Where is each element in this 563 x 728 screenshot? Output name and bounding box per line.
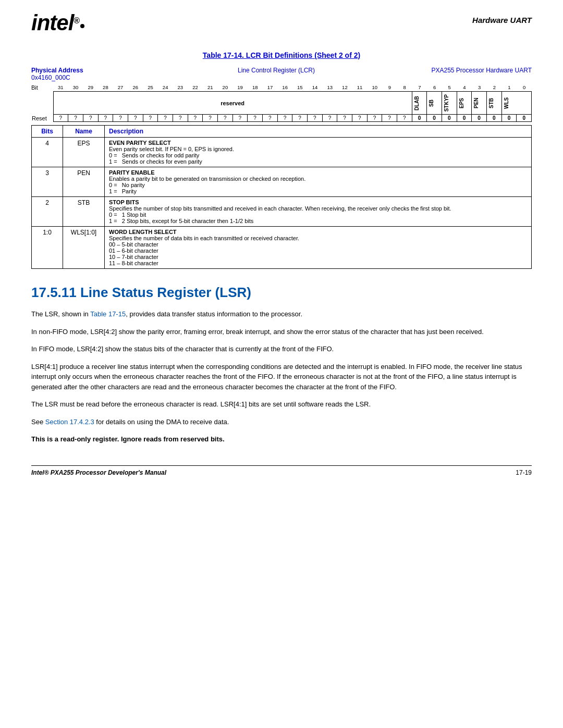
bit-15: 15 [292,84,308,91]
address-row: Physical Address 0x4160_000C Line Contro… [31,67,532,81]
bit-20: 20 [218,84,233,91]
wls-line3: 01 – 6-bit character [109,248,527,254]
wls-name: WLS[1:0] [63,227,105,269]
pen-desc: PARITY ENABLE Enables a parity bit to be… [105,167,532,197]
page-header: intel® Hardware UART [31,10,532,35]
desc-table-header-row: Bits Name Description [32,126,532,138]
reset-bit-14: ? [307,115,322,122]
reset-bit-0: 0 [517,115,532,122]
reset-bit-19: ? [232,115,248,122]
eps-bits: 4 [32,138,63,167]
bit-28: 28 [98,84,113,91]
bold-note-text: This is a read-only register. Ignore rea… [31,435,225,443]
row-spacer [31,92,53,115]
dlab-field: DLAB [412,92,427,115]
eps-desc: EVEN PARITY SELECT Even parity select bi… [105,138,532,167]
wls-bits: 1:0 [32,227,63,269]
sb-field: SB [427,92,442,115]
stb-desc: STOP BITS Specifies the number of stop b… [105,197,532,227]
sb-header: SB [427,93,435,114]
bit-9: 9 [382,84,397,91]
page-footer: Intel® PXA255 Processor Developer's Manu… [31,465,532,476]
bit-23: 23 [173,84,188,91]
bit-30: 30 [68,84,83,91]
eps-line3: 1 = Sends or checks for even parity [109,158,527,165]
pen-line1: Enables a parity bit to be generated on … [109,176,527,182]
stb-line3: 1 = 2 Stop bits, except for 5-bit charac… [109,218,527,224]
reset-bit-31: ? [53,115,68,122]
reset-bit-1: 0 [501,115,517,122]
reset-bit-30: ? [68,115,83,122]
reserved-field: reserved [53,92,412,115]
footer-right: 17-19 [516,469,532,476]
reset-row: Reset ? ? ? ? ? ? ? ? ? ? ? ? ? ? ? ? ? … [31,115,532,122]
bold-note: This is a read-only register. Ignore rea… [31,434,532,445]
bit-10: 10 [367,84,382,91]
stb-line1: Specifies the number of stop bits transm… [109,205,527,212]
reset-label-cell: Reset [31,115,53,122]
stkyp-header: STKYP [443,92,450,114]
reset-bit-21: ? [203,115,218,122]
stb-name: STB [63,197,105,227]
reset-bit-2: 0 [486,115,501,122]
eps-field: EPS [457,92,472,115]
reg-grid-table: reserved DLAB SB STKYP EPS [31,91,532,122]
bit-label-spacer: Bit [31,84,53,91]
bit-13: 13 [322,84,337,91]
bit-7: 7 [412,84,427,91]
section-17423-link[interactable]: Section 17.4.2.3 [45,418,94,426]
table-row: 4 EPS EVEN PARITY SELECT Even parity sel… [32,138,532,167]
reset-bit-22: ? [188,115,203,122]
reset-bit-8: ? [397,115,412,122]
para-3: In FIFO mode, LSR[4:2] show the status b… [31,344,532,354]
description-table: Bits Name Description 4 EPS EVEN PARITY … [31,125,532,269]
bit-4: 4 [457,84,472,91]
bit-21: 21 [203,84,218,91]
eps-name: EPS [63,138,105,167]
pxa-label: PXA255 Processor Hardware UART [417,67,532,74]
bit-11: 11 [352,84,368,91]
intel-logo: intel® [31,10,84,35]
wls-line1: Specifies the number of data bits in eac… [109,235,527,241]
stb-header: STB [487,93,495,114]
reset-bit-25: ? [143,115,158,122]
stkyp-field: STKYP [442,92,457,115]
dlab-header: DLAB [413,93,421,114]
pen-title: PARITY ENABLE [109,169,527,176]
para-1: The LSR, shown in Table 17-15, provides … [31,309,532,319]
physical-address-value: 0x4160_000C [31,74,136,81]
wls-title: WORD LENGTH SELECT [109,229,527,235]
bit-25: 25 [143,84,158,91]
pen-bits: 3 [32,167,63,197]
pen-field: PEN [472,92,487,115]
register-field-row: reserved DLAB SB STKYP EPS [31,92,532,115]
pen-line2: 0 = No parity [109,182,527,188]
bit-0: 0 [517,84,532,91]
bit-3: 3 [472,84,487,91]
reset-bit-4: 0 [457,115,472,122]
bit-31: 31 [53,84,68,91]
bit-6: 6 [427,84,442,91]
reset-bit-27: ? [113,115,128,122]
footer-left: Intel® PXA255 Processor Developer's Manu… [31,469,166,476]
bit-29: 29 [83,84,98,91]
reset-bit-20: ? [217,115,232,122]
physical-address-label: Physical Address [31,67,136,74]
pen-name: PEN [63,167,105,197]
table-17-15-link[interactable]: Table 17-15 [90,310,126,318]
bit-26: 26 [128,84,143,91]
reset-bit-17: ? [262,115,277,122]
section-title: Hardware UART [472,10,532,24]
stb-title: STOP BITS [109,199,527,205]
lcr-label: Line Control Register (LCR) [136,67,417,74]
para-2: In non-FIFO mode, LSR[4:2] show the pari… [31,327,532,337]
table-row: 2 STB STOP BITS Specifies the number of … [32,197,532,227]
reset-bit-12: ? [337,115,352,122]
bit-19: 19 [232,84,248,91]
reset-bit-24: ? [158,115,173,122]
eps-title: EVEN PARITY SELECT [109,140,527,146]
bit-1: 1 [502,84,517,91]
col-bits-header: Bits [32,126,63,138]
register-bitmap: reserved DLAB SB STKYP EPS [31,91,532,122]
wls-line2: 00 – 5-bit character [109,241,527,248]
